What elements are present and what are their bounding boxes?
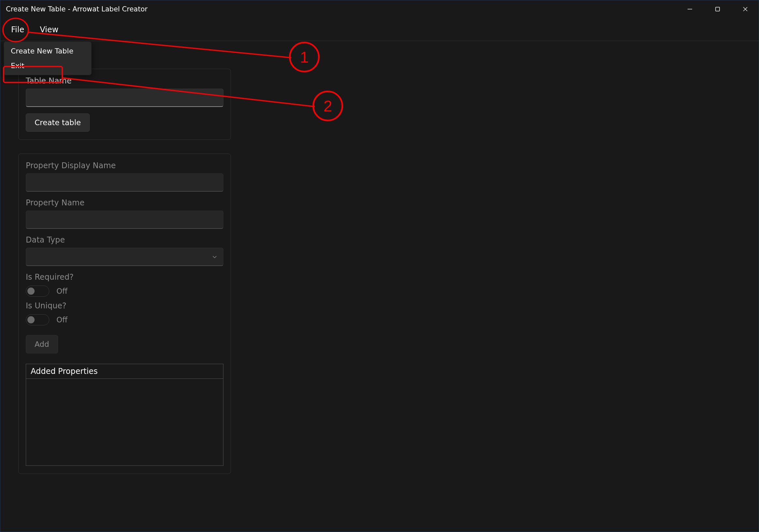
is-unique-state: Off xyxy=(57,316,67,324)
create-table-button[interactable]: Create table xyxy=(26,113,90,132)
is-required-toggle[interactable] xyxy=(26,285,49,297)
dropdown-exit[interactable]: Exit xyxy=(5,58,90,73)
close-button[interactable] xyxy=(731,0,759,18)
is-required-state: Off xyxy=(57,287,67,295)
added-properties-header: Added Properties xyxy=(26,364,223,379)
app-window: Create New Table - Arrowat Label Creator… xyxy=(0,0,759,532)
menubar: File View xyxy=(0,18,759,41)
window-title: Create New Table - Arrowat Label Creator xyxy=(6,5,147,13)
titlebar: Create New Table - Arrowat Label Creator xyxy=(0,0,759,18)
window-controls xyxy=(676,0,759,18)
menu-view[interactable]: View xyxy=(33,23,65,36)
add-property-button[interactable]: Add xyxy=(26,335,58,353)
toggle-thumb xyxy=(27,316,35,323)
added-properties-box: Added Properties xyxy=(26,364,223,466)
property-name-label: Property Name xyxy=(26,198,223,207)
is-required-label: Is Required? xyxy=(26,273,223,282)
maximize-icon xyxy=(715,6,721,12)
is-unique-label: Is Unique? xyxy=(26,301,223,310)
menu-file[interactable]: File xyxy=(4,23,31,36)
data-type-select[interactable] xyxy=(26,248,223,266)
toggle-thumb xyxy=(27,287,35,295)
property-panel: Property Display Name Property Name Data… xyxy=(18,154,231,474)
page-title: New Table xyxy=(18,48,741,61)
chevron-down-icon xyxy=(211,254,218,260)
file-dropdown: Create New Table Exit xyxy=(4,41,92,75)
minimize-button[interactable] xyxy=(676,0,703,18)
table-name-label: Table Name xyxy=(26,76,223,85)
property-display-name-label: Property Display Name xyxy=(26,161,223,170)
table-name-input[interactable] xyxy=(26,89,223,107)
svg-rect-1 xyxy=(716,7,720,11)
property-name-input[interactable] xyxy=(26,210,223,229)
close-icon xyxy=(742,6,748,12)
content-area: New Table Table Name Create table Proper… xyxy=(0,41,759,474)
table-name-panel: Table Name Create table xyxy=(18,69,231,140)
added-properties-body xyxy=(26,379,223,466)
maximize-button[interactable] xyxy=(703,0,731,18)
data-type-label: Data Type xyxy=(26,235,223,245)
property-display-name-input[interactable] xyxy=(26,173,223,192)
is-unique-toggle[interactable] xyxy=(26,314,49,325)
dropdown-create-new-table[interactable]: Create New Table xyxy=(5,44,90,58)
minimize-icon xyxy=(687,6,693,12)
